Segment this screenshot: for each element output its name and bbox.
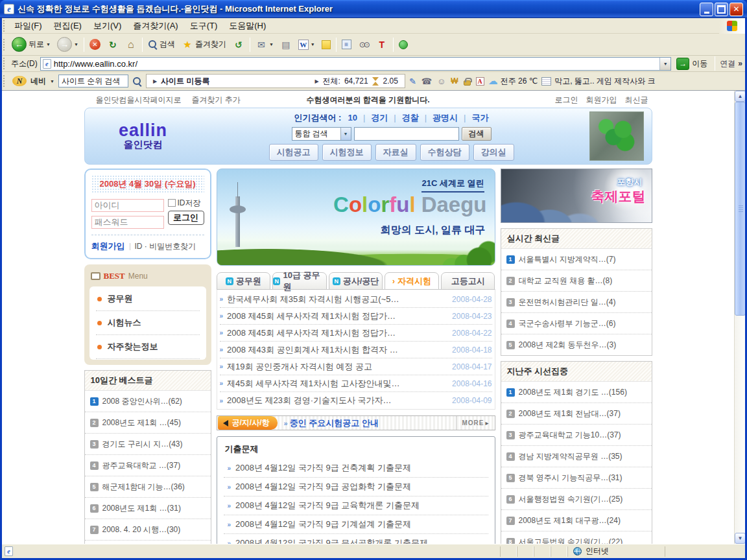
list-item[interactable]: 제45회 세무사자격 제1차시험 고사장안내및… 2008-04-16	[220, 375, 492, 392]
forward-dropdown-icon[interactable]	[74, 42, 78, 47]
tab[interactable]: N 공사/공단	[329, 272, 383, 290]
list-item[interactable]: 1 2008년도 제1회 경기도 …(156)	[501, 382, 652, 403]
dictionary-icon[interactable]	[476, 77, 484, 86]
edit-word-button[interactable]	[295, 38, 318, 51]
scroll-up-button[interactable]	[735, 91, 745, 102]
list-item[interactable]: 한국세무사회 제35회 자격시험 시행공고(~5… 2008-04-28	[220, 291, 492, 308]
list-item[interactable]: 3 경기도 구리시 지…(43)	[85, 434, 211, 455]
more-button[interactable]: MORE	[456, 416, 494, 430]
list-item[interactable]: 2008년도 제23회 경영·기술지도사 국가자… 2008-04-09	[220, 392, 492, 409]
nav-button[interactable]: 시험정보	[322, 144, 372, 161]
back-dropdown-icon[interactable]	[46, 42, 51, 47]
menu-item[interactable]: 편집(E)	[48, 18, 88, 34]
set-startpage-link[interactable]: 올인닷컴을시작페이지로	[96, 95, 182, 106]
grip-handle[interactable]	[3, 58, 6, 69]
research-button[interactable]	[355, 38, 373, 52]
nav-button[interactable]: 수험상담	[420, 144, 469, 161]
grip-handle[interactable]	[3, 39, 6, 51]
notes-button[interactable]	[318, 39, 334, 51]
daegu-banner[interactable]: 21C 세계로 열린 ColorfulDaegu 희망의 도시, 일류 대구	[217, 169, 495, 266]
close-button[interactable]	[729, 3, 743, 16]
hot-keyword-link[interactable]: 광명시	[419, 112, 458, 124]
naver-search-input[interactable]	[58, 75, 128, 88]
list-item[interactable]: 4 국군수송사령부 기능군…(6)	[501, 313, 652, 334]
scroll-thumb[interactable]	[735, 102, 745, 316]
list-item[interactable]: 4 경남 지방계약직공무원 …(35)	[501, 446, 652, 467]
site-search-button[interactable]: 검색	[462, 127, 492, 141]
list-item[interactable]: 5 해군제1함대 기능…(36)	[85, 476, 211, 498]
search-button[interactable]: 검색	[145, 38, 178, 51]
list-item[interactable]: 2008년 4월12일 국가직 9급 무선공학개론 기출문제	[224, 534, 488, 544]
signup-link[interactable]: 회원가입	[91, 240, 125, 252]
tab[interactable]: N 공무원	[217, 272, 271, 290]
list-item[interactable]: 1 2008 중앙인사위…(62)	[85, 391, 211, 412]
add-favorite-link[interactable]: 즐겨찾기 추가	[192, 95, 241, 106]
list-item[interactable]: 7 2008년도 제1회 대구광…(24)	[501, 510, 652, 531]
menu-item[interactable]: 파일(F)	[8, 18, 48, 34]
tab[interactable]: 고등고시	[441, 272, 495, 290]
list-item[interactable]: 1 서울특별시 지방계약직…(7)	[501, 249, 652, 270]
festival-banner[interactable]: 포항시 축제포털	[501, 169, 652, 223]
best-menu-item[interactable]: 시험뉴스	[96, 311, 200, 335]
hot-keyword-link[interactable]: 경기	[357, 112, 388, 124]
idsave-checkbox[interactable]	[168, 199, 176, 207]
go-button[interactable]: 이동	[674, 57, 710, 71]
phone-icon[interactable]	[421, 76, 432, 86]
list-item[interactable]: 제19회 공인중개사 자격시험 예정 공고 2008-04-17	[220, 358, 492, 375]
vertical-scrollbar[interactable]	[734, 91, 745, 544]
chevron-icon[interactable]: »	[738, 59, 742, 68]
list-item[interactable]: 2008년 4월12일 국가직 9급 공업화학 기출문제	[224, 478, 488, 496]
id-input[interactable]	[91, 199, 164, 212]
best-menu-item[interactable]: 자주찾는정보	[96, 335, 200, 359]
menu-item[interactable]: 보기(V)	[88, 18, 127, 34]
nav-button[interactable]: 자료실	[375, 144, 416, 161]
person-icon[interactable]	[437, 76, 445, 86]
mail-button[interactable]	[252, 38, 277, 52]
menu-item[interactable]: 즐겨찾기(A)	[127, 18, 184, 34]
links-label[interactable]: 연결	[720, 58, 735, 69]
tab[interactable]: N 10급 공무원	[272, 272, 327, 290]
hot-keyword-link[interactable]: 국가	[458, 112, 488, 124]
home-button[interactable]	[122, 38, 140, 52]
maximize-button[interactable]	[715, 3, 728, 16]
nav-button[interactable]: 시험공고	[269, 144, 318, 161]
list-item[interactable]: 5 경북 영주시 기능직공무…(31)	[501, 467, 652, 489]
url-input[interactable]	[51, 59, 660, 69]
lock-icon[interactable]	[464, 80, 471, 86]
list-item[interactable]: 2008 제45회 세무사자격 제1차시험 정답가… 2008-04-23	[220, 308, 492, 325]
list-item[interactable]: 6 서울행정법원 속기원(기…(25)	[501, 489, 652, 510]
menu-item[interactable]: 도움말(H)	[223, 18, 272, 34]
print-button[interactable]	[277, 38, 295, 52]
history-button[interactable]	[230, 38, 248, 52]
pen-icon[interactable]	[409, 76, 416, 86]
join-link[interactable]: 회원가입	[586, 95, 617, 106]
grip-handle[interactable]	[3, 20, 6, 32]
list-item[interactable]: 8 2008년도 제3회 …(26)	[85, 541, 211, 544]
list-item[interactable]: 4 광주교육대학교 …(37)	[85, 455, 211, 476]
list-item[interactable]: 2008년 4월12일 국가직 9급 건축계획 기출문제	[224, 459, 488, 478]
list-item[interactable]: 8 서울고등법원 속기원(기…(22)	[501, 531, 652, 544]
discuss-button[interactable]	[338, 38, 355, 51]
list-item[interactable]: 2008 제43회 공인회계사 제1차시험 합격자 … 2008-04-18	[220, 342, 492, 358]
list-item[interactable]: 2008년 4월12일 국가직 9급 교육학개론 기출문제	[224, 496, 488, 515]
naver-brand-label[interactable]: 네비	[30, 76, 46, 87]
notice-text[interactable]: 중인 주요시험공고 안내	[284, 417, 379, 429]
weather-widget[interactable]: 전주 26 ℃	[488, 75, 538, 87]
word-dropdown-icon[interactable]	[311, 42, 315, 47]
hot-keyword-link[interactable]: 10	[348, 113, 357, 122]
latest-posts-link[interactable]: 최신글	[625, 95, 648, 106]
password-input[interactable]	[91, 216, 164, 229]
list-item[interactable]: 5 2008년 제2회 동두천우…(3)	[501, 334, 652, 355]
naver-dropdown-icon[interactable]	[50, 79, 54, 84]
site-logo[interactable]: eallin 올인닷컴	[85, 122, 202, 151]
translate-button[interactable]	[373, 38, 391, 52]
title-bar[interactable]: 신속 정확한 정보로 수험생활을 돕겠습니다.-올인닷컴 - Microsoft…	[0, 0, 747, 18]
stop-button[interactable]	[86, 38, 104, 51]
site-status-label[interactable]: 사이트 미등록	[161, 76, 209, 87]
refresh-button[interactable]	[104, 38, 122, 52]
messenger-button[interactable]	[396, 39, 411, 51]
favorites-button[interactable]: 즐겨찾기	[178, 38, 230, 52]
address-dropdown-button[interactable]	[659, 58, 670, 70]
list-item[interactable]: 3 광주교육대학교 기능10…(37)	[501, 425, 652, 446]
list-item[interactable]: 2 2008년도 제1회 …(45)	[85, 412, 211, 434]
